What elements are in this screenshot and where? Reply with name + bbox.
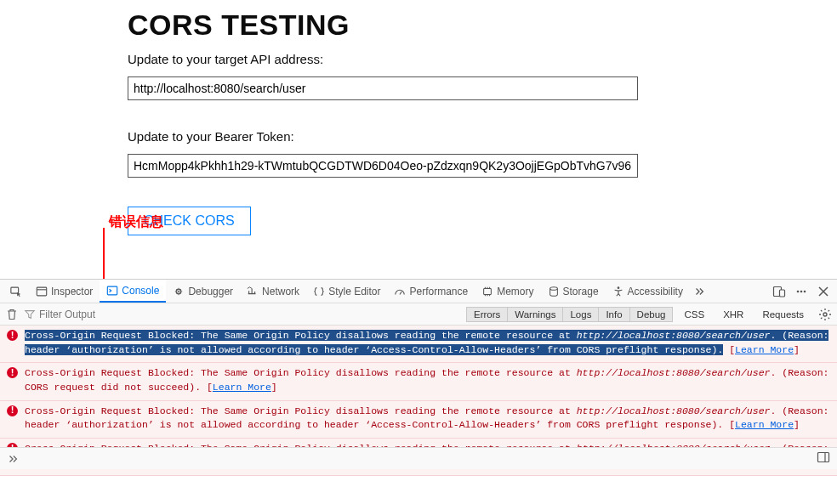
filter-errors[interactable]: Errors <box>466 307 508 322</box>
inspector-icon <box>36 286 48 297</box>
console-error-row[interactable]: !Cross-Origin Request Blocked: The Same … <box>0 363 837 400</box>
error-icon: ! <box>7 330 18 341</box>
learn-more-link[interactable]: Learn More <box>213 382 271 393</box>
debugger-icon <box>173 286 185 297</box>
devtools-pick-element[interactable] <box>3 280 29 303</box>
console-message-body: Cross-Origin Request Blocked: The Same O… <box>25 329 830 357</box>
console-settings-button[interactable] <box>818 308 832 321</box>
style-editor-icon <box>313 286 325 297</box>
token-label: Update to your Bearer Token: <box>128 129 709 144</box>
kebab-icon <box>794 285 808 298</box>
tab-network[interactable]: Network <box>240 280 306 303</box>
storage-icon <box>548 286 560 297</box>
tab-network-label: Network <box>262 286 299 297</box>
filter-requests[interactable]: Requests <box>754 307 811 322</box>
svg-rect-10 <box>780 290 785 297</box>
memory-icon <box>481 286 493 297</box>
tab-console-label: Console <box>122 285 159 297</box>
console-toolbar: Errors Warnings Logs Info Debug CSS XHR … <box>0 303 837 326</box>
close-icon <box>817 285 830 298</box>
console-input-bar[interactable] <box>0 447 837 469</box>
svg-rect-6 <box>484 288 492 294</box>
learn-more-link[interactable]: Learn More <box>735 344 794 355</box>
tab-style-label: Style Editor <box>328 286 380 297</box>
filter-logs[interactable]: Logs <box>563 307 599 322</box>
filter-output-input[interactable] <box>39 309 99 320</box>
clear-console-button[interactable] <box>5 308 19 321</box>
tab-performance-label: Performance <box>409 286 468 297</box>
console-icon <box>106 285 118 297</box>
filter-warnings[interactable]: Warnings <box>508 307 563 322</box>
devtools-tabs: Inspector Console Debugger Network Style… <box>0 280 837 303</box>
svg-rect-1 <box>37 287 46 296</box>
accessibility-icon <box>612 286 624 297</box>
svg-point-13 <box>804 290 806 292</box>
svg-point-14 <box>823 313 827 316</box>
filter-info[interactable]: Info <box>599 307 629 322</box>
tab-performance[interactable]: Performance <box>387 280 475 303</box>
svg-rect-15 <box>818 453 829 462</box>
svg-point-11 <box>797 290 800 292</box>
annotation-label: 错误信息 <box>109 213 163 231</box>
filter-debug[interactable]: Debug <box>630 307 674 322</box>
page-content: CORS TESTING Update to your target API a… <box>0 0 837 235</box>
split-console-button[interactable] <box>817 450 830 467</box>
tab-debugger[interactable]: Debugger <box>166 280 240 303</box>
tab-memory-label: Memory <box>497 286 533 297</box>
tab-storage[interactable]: Storage <box>541 280 606 303</box>
tab-inspector-label: Inspector <box>51 286 93 297</box>
svg-point-8 <box>617 286 619 289</box>
funnel-icon <box>24 309 36 320</box>
svg-point-7 <box>549 286 557 290</box>
tab-console[interactable]: Console <box>100 280 166 303</box>
tab-debugger-label: Debugger <box>188 286 233 297</box>
devtools-window-controls <box>772 285 837 298</box>
chevron-double-right-icon <box>693 286 705 297</box>
responsive-icon <box>772 285 786 298</box>
svg-point-12 <box>800 290 803 292</box>
gear-icon <box>818 308 832 321</box>
devtools-close-button[interactable] <box>817 285 830 298</box>
page-title: CORS TESTING <box>128 8 709 42</box>
api-address-input[interactable] <box>128 76 638 100</box>
learn-more-link[interactable]: Learn More <box>735 419 794 430</box>
error-icon: ! <box>7 405 18 416</box>
trash-icon <box>5 308 19 321</box>
console-message-body: Cross-Origin Request Blocked: The Same O… <box>25 366 830 394</box>
api-label: Update to your target API address: <box>128 52 709 66</box>
svg-line-5 <box>400 292 401 295</box>
tab-accessibility[interactable]: Accessibility <box>606 280 690 303</box>
pick-element-icon <box>10 286 22 297</box>
performance-icon <box>394 286 406 297</box>
filter-xhr[interactable]: XHR <box>715 307 751 322</box>
console-error-row[interactable]: !Cross-Origin Request Blocked: The Same … <box>0 401 837 439</box>
bearer-token-input[interactable] <box>128 154 638 178</box>
svg-rect-3 <box>108 286 117 295</box>
tab-storage-label: Storage <box>563 286 599 297</box>
filter-output[interactable] <box>24 309 99 320</box>
tab-style-editor[interactable]: Style Editor <box>306 280 387 303</box>
chevron-double-right-icon <box>7 453 19 465</box>
filter-css[interactable]: CSS <box>676 307 712 322</box>
console-error-row[interactable]: !Cross-Origin Request Blocked: The Same … <box>0 326 837 363</box>
network-icon <box>247 286 259 297</box>
tab-inspector[interactable]: Inspector <box>29 280 100 303</box>
console-message-body: Cross-Origin Request Blocked: The Same O… <box>25 405 830 433</box>
tab-accessibility-label: Accessibility <box>628 286 683 297</box>
sidebar-icon <box>817 450 830 464</box>
devtools-menu-button[interactable] <box>794 285 808 298</box>
tab-memory[interactable]: Memory <box>475 280 540 303</box>
responsive-mode-button[interactable] <box>772 285 786 298</box>
tabs-overflow[interactable] <box>690 280 709 303</box>
error-icon: ! <box>7 367 18 378</box>
